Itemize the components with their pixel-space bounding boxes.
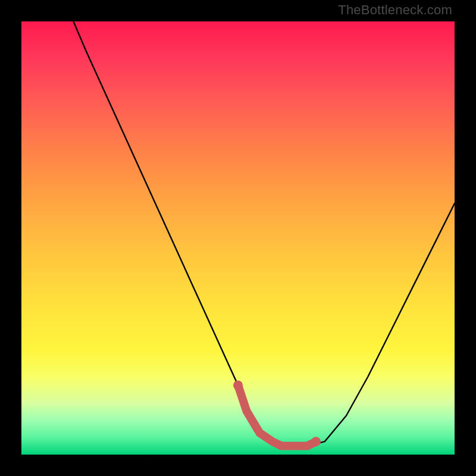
curve-layer (21, 21, 455, 455)
highlight-end-dot (311, 437, 321, 446)
highlight-start-dot (233, 381, 243, 390)
plot-area (21, 21, 455, 455)
chart-frame: TheBottleneck.com (0, 0, 476, 476)
optimal-zone-highlight (238, 386, 316, 446)
watermark-text: TheBottleneck.com (338, 2, 452, 18)
bottleneck-curve (73, 21, 455, 446)
